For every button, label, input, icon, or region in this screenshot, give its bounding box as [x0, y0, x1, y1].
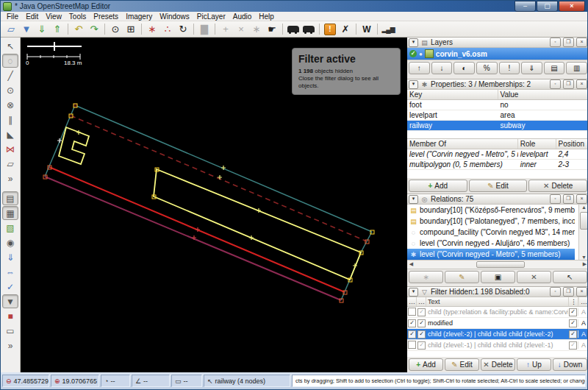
validator-toggle[interactable]: ✓ — [2, 280, 18, 294]
layer-delete-button[interactable]: ▥ — [566, 62, 587, 74]
draw-tool-button[interactable]: ╱ — [2, 68, 18, 82]
tags-panel-toggle[interactable]: ▤ — [2, 191, 18, 205]
filter-toggle[interactable]: ▼ — [2, 294, 18, 308]
filter-down-button[interactable]: ↓Down — [553, 358, 587, 371]
filter-sticky-button[interactable]: ◦ — [550, 287, 561, 297]
filter-row[interactable]: child (zlevel:-1) | child child child (z… — [407, 340, 588, 351]
relation-toolbox-toggle[interactable]: ■ — [2, 309, 18, 323]
download-button[interactable]: ⇓ — [35, 23, 49, 36]
inverted-checkbox[interactable] — [569, 330, 577, 338]
layers-collapse-button[interactable]: ▾ — [409, 38, 418, 47]
parallel-tool-button[interactable]: ∥ — [2, 113, 18, 127]
layer-visible-icon[interactable]: ● — [419, 51, 423, 57]
relation-item[interactable]: ▤ boundary[10] ("Palotanegyed", 7 member… — [407, 216, 575, 227]
properties-collapse-button[interactable]: ▾ — [409, 80, 418, 89]
property-add-button[interactable]: + Add — [409, 180, 467, 192]
menu-help[interactable]: Help — [255, 13, 278, 21]
enable-checkbox[interactable] — [408, 330, 416, 338]
menu-imagery[interactable]: Imagery — [122, 13, 156, 21]
relation-item[interactable]: ▤ boundary[10] ("Középső-Ferencváros", 9… — [407, 205, 575, 216]
measure-toggle[interactable]: ▭ — [2, 324, 18, 338]
more-tools-button[interactable]: » — [2, 171, 18, 185]
heading-cell[interactable]: ◔ -- — [101, 375, 130, 387]
relation-duplicate-button[interactable]: ▣ — [481, 271, 515, 283]
property-row[interactable]: footno — [407, 100, 588, 110]
close-button[interactable]: × — [559, 1, 585, 12]
property-row[interactable]: levelpartarea — [407, 110, 588, 121]
relations-collapse-button[interactable]: ▾ — [409, 195, 418, 204]
inverted-checkbox[interactable] — [569, 341, 577, 350]
filter-up-button[interactable]: ↑Up — [517, 358, 551, 371]
relation-item[interactable]: ◌ compound_facility ("Corvin negyed M3",… — [407, 227, 575, 238]
minimize-button[interactable]: – — [514, 1, 536, 12]
menu-piclayer[interactable]: PicLayer — [193, 13, 229, 21]
latitude-cell[interactable]: ⊖ 47.4855729 — [2, 375, 49, 387]
new-picture-layer-button[interactable]: ▇ — [197, 23, 212, 36]
delete-tool-button[interactable]: ⊗ — [2, 98, 18, 112]
layer-visibility-button[interactable]: % — [476, 62, 498, 74]
warning-button[interactable]: ! — [323, 23, 337, 36]
angle-cell[interactable]: ∠ -- — [132, 375, 170, 387]
longitude-cell[interactable]: ⊕ 19.0706765 — [51, 375, 99, 387]
layer-warning-button[interactable]: ! — [499, 62, 520, 74]
menu-edit[interactable]: Edit — [22, 13, 42, 21]
wand-button[interactable]: ∗ — [145, 23, 159, 36]
refresh-button[interactable]: ↻ — [176, 23, 190, 36]
filter-dock-button[interactable]: ❒ — [563, 287, 574, 297]
save-button[interactable]: ▼ — [19, 23, 34, 36]
filter-add-button[interactable]: +Add — [409, 358, 443, 371]
map-canvas[interactable]: 0 18.3 m Filter active 1 198 objects hid… — [21, 38, 407, 374]
select-tool-button[interactable]: ↖ — [2, 39, 18, 53]
menu-view[interactable]: View — [42, 13, 65, 21]
hide-checkbox[interactable] — [417, 341, 426, 350]
histogram-button[interactable]: ▂▄▆ — [381, 23, 395, 36]
angle-tool-button[interactable]: ◣ — [2, 127, 18, 141]
car-routing-button[interactable] — [286, 23, 301, 36]
layer-row-corvin[interactable]: ✓ ● corvin_v6.osm — [407, 48, 588, 60]
menu-file[interactable]: File — [3, 13, 22, 21]
delete-button[interactable]: ✗ — [338, 23, 353, 36]
undo-button[interactable]: ↶ — [71, 23, 86, 36]
filter-collapse-button[interactable]: ▾ — [409, 288, 418, 297]
membership-row[interactable]: level ("Corvin negyed - Metro", 5 member… — [407, 149, 588, 160]
preferences-button[interactable]: ⊞ — [123, 23, 138, 36]
improve-accuracy-button[interactable]: ⋈ — [2, 142, 18, 156]
filter-delete-button[interactable]: ✕Delete — [481, 358, 515, 371]
relations-horizontal-scrollbar[interactable]: ◀▶ — [407, 260, 588, 269]
picture-rotate-button[interactable]: ∗ — [249, 23, 264, 36]
property-delete-button[interactable]: ✕ Delete — [528, 180, 587, 192]
extrude-tool-button[interactable]: ▱ — [2, 157, 18, 171]
property-edit-button[interactable]: ✎ Edit — [469, 180, 528, 192]
relations-dock-button[interactable]: ❒ — [563, 194, 574, 204]
enable-checkbox[interactable] — [408, 341, 416, 349]
enable-checkbox[interactable] — [408, 308, 416, 316]
menu-tools[interactable]: Tools — [65, 13, 90, 21]
membership-row[interactable]: multipolygon (0, 5 members) inner 2-3 — [407, 160, 588, 170]
properties-dock-button[interactable]: ❒ — [563, 79, 574, 89]
filter-edit-button[interactable]: ✎Edit — [445, 358, 479, 371]
hide-checkbox[interactable] — [417, 319, 426, 327]
relations-vertical-scrollbar[interactable]: ▲▼ — [578, 205, 588, 260]
layers-close-button[interactable]: × — [576, 38, 587, 47]
menu-audio[interactable]: Audio — [229, 13, 256, 21]
filter-row-selected[interactable]: child (zlevel:-2) | child child child (z… — [407, 329, 588, 340]
properties-sticky-button[interactable]: ◦ — [550, 79, 561, 89]
layer-duplicate-button[interactable]: ▤ — [544, 62, 565, 74]
drag-hand-button[interactable]: ☛ — [265, 23, 279, 36]
layer-opacity-button[interactable]: ◐ — [453, 62, 475, 74]
relation-item-selected[interactable]: ✱ level ("Corvin negyed - Metro", 5 memb… — [407, 249, 575, 260]
layers-dock-button[interactable]: ❒ — [563, 38, 574, 47]
relations-close-button[interactable]: × — [576, 194, 587, 204]
distance-cell[interactable]: ▭ -- — [171, 375, 202, 387]
relation-item[interactable]: ◌ level ("Corvin negyed - Aluljáro", 46 … — [407, 238, 575, 249]
map-styles-toggle[interactable]: ▦ — [2, 206, 18, 220]
hide-checkbox[interactable] — [417, 308, 426, 316]
relations-sticky-button[interactable]: ◦ — [550, 194, 561, 204]
inverted-checkbox[interactable] — [569, 308, 577, 316]
layer-down-button[interactable]: ↓ — [431, 62, 453, 74]
maximize-button[interactable]: ▢ — [537, 1, 558, 12]
hide-checkbox[interactable] — [417, 330, 426, 338]
upload-button[interactable]: ⇑ — [50, 23, 65, 36]
properties-close-button[interactable]: × — [576, 79, 587, 89]
lasso-tool-button[interactable]: ◌ — [2, 54, 18, 68]
